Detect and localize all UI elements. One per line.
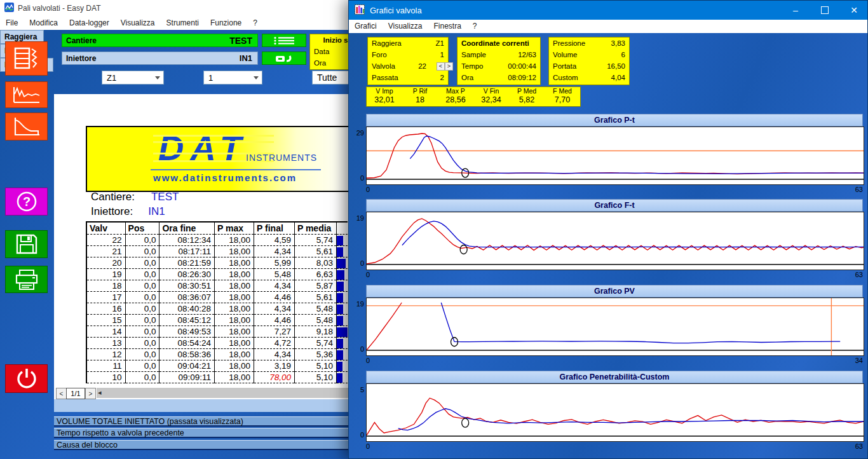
table-cell: 5,87 bbox=[294, 280, 336, 292]
panel-row-label: Raggiera bbox=[372, 38, 402, 49]
table-cell: 18,00 bbox=[215, 326, 254, 338]
page-next-button[interactable]: > bbox=[85, 388, 96, 399]
pmedia-bar-cell bbox=[337, 349, 348, 360]
table-row[interactable]: 110,009:04:2118,003,195,10 bbox=[86, 360, 348, 372]
table-row[interactable]: 120,008:58:3618,004,345,36 bbox=[86, 349, 348, 360]
table-header-bar-column bbox=[337, 222, 348, 235]
main-menu-item-funzione[interactable]: Funzione bbox=[205, 17, 247, 30]
table-row[interactable]: 140,008:49:5318,007,279,18 bbox=[86, 326, 348, 338]
pmedia-bar-cell bbox=[337, 360, 348, 372]
valvola-prev-button[interactable]: < bbox=[437, 62, 445, 71]
main-menu-item-file[interactable]: File bbox=[0, 17, 24, 30]
table-cell: 08:40:28 bbox=[159, 303, 215, 315]
table-header-pmax: P max bbox=[215, 222, 254, 235]
table-row[interactable]: 190,008:26:3018,005,486,63 bbox=[86, 269, 348, 280]
table-row[interactable]: 100,009:09:1118,0078,005,10 bbox=[86, 372, 348, 383]
decay-graph-button[interactable] bbox=[5, 113, 48, 140]
graph-panel-ft: Grafico F-t190063 bbox=[349, 199, 868, 282]
table-cell: 13 bbox=[86, 338, 125, 349]
graph-menu-item-visualizza[interactable]: Visualizza bbox=[383, 20, 428, 33]
graph-menu-item-[interactable]: ? bbox=[467, 20, 483, 33]
table-cell: 08:58:36 bbox=[159, 349, 215, 360]
y-axis-zero-label: 0 bbox=[349, 431, 364, 439]
report-table-button[interactable] bbox=[5, 41, 48, 76]
table-row[interactable]: 200,008:21:5918,005,998,03 bbox=[86, 257, 348, 269]
graph-menu-item-finestra[interactable]: Finestra bbox=[428, 20, 466, 33]
table-header-pmedia: P media bbox=[294, 222, 336, 235]
foro-select[interactable]: 1 bbox=[203, 71, 262, 85]
panel-row-value: 6 bbox=[621, 49, 625, 60]
help-button[interactable]: ? bbox=[5, 188, 48, 216]
line-graph-icon bbox=[12, 85, 41, 104]
panel-row-label: Foro bbox=[372, 49, 387, 60]
print-button[interactable] bbox=[5, 266, 48, 293]
ora-label: Ora bbox=[314, 57, 326, 69]
logo-instruments-text: INSTRUMENTS bbox=[246, 153, 317, 163]
table-row[interactable]: 130,008:54:2418,004,725,74 bbox=[86, 338, 348, 349]
pmedia-bar bbox=[337, 339, 343, 348]
table-row[interactable]: 210,008:17:1118,004,345,61 bbox=[86, 246, 348, 257]
main-menu-item-visualizza[interactable]: Visualizza bbox=[115, 17, 161, 30]
table-row[interactable]: 150,008:45:1218,004,465,48 bbox=[86, 315, 348, 326]
table-chart-icon bbox=[13, 46, 41, 71]
maximize-button[interactable] bbox=[810, 1, 839, 20]
valvola-next-button[interactable]: > bbox=[445, 62, 453, 71]
panel-title: Coordinate correnti bbox=[458, 38, 540, 49]
main-menu-item-datalogger[interactable]: Data-logger bbox=[64, 17, 115, 30]
table-row[interactable]: 170,008:36:0718,004,465,61 bbox=[86, 292, 348, 303]
minimize-button[interactable]: – bbox=[781, 1, 810, 20]
x-axis-min-label: 0 bbox=[366, 442, 370, 450]
main-menu-item-strumenti[interactable]: Strumenti bbox=[161, 17, 205, 30]
save-button[interactable] bbox=[5, 230, 48, 258]
iniettore-value: IN1 bbox=[240, 53, 257, 63]
x-axis-max-label: 63 bbox=[837, 186, 863, 193]
iniettore-field[interactable]: Iniettore IN1 bbox=[62, 51, 258, 65]
graph-window-titlebar[interactable]: Grafici valvola – ✕ bbox=[349, 1, 867, 20]
table-row[interactable]: 220,008:12:3418,004,595,74 bbox=[86, 235, 348, 246]
status-strip-2[interactable]: Causa del blocco bbox=[54, 440, 348, 450]
raggiera-select[interactable]: Z1 bbox=[102, 71, 164, 85]
unlock-button[interactable] bbox=[262, 51, 306, 65]
graph-menu-item-grafici[interactable]: Grafici bbox=[349, 20, 383, 33]
page-prev-button[interactable]: < bbox=[56, 388, 67, 399]
power-icon bbox=[15, 367, 39, 390]
pmedia-bar-cell bbox=[337, 315, 348, 326]
table-cell: 0,0 bbox=[125, 235, 159, 246]
pmedia-bar-cell bbox=[337, 257, 348, 269]
table-row[interactable]: 160,008:40:2818,004,345,48 bbox=[86, 303, 348, 315]
pmedia-bar bbox=[337, 305, 343, 314]
list-button[interactable] bbox=[262, 34, 306, 47]
power-exit-button[interactable] bbox=[5, 364, 48, 393]
horizontal-scrollbar[interactable]: ◂ bbox=[97, 388, 348, 398]
logo-underline bbox=[151, 169, 321, 170]
line-graph-button[interactable] bbox=[5, 81, 48, 108]
main-menu-item-modifica[interactable]: Modifica bbox=[24, 17, 64, 30]
series-pv-rossa bbox=[367, 303, 402, 350]
stat-label: Max P bbox=[438, 87, 473, 95]
status-strip-0[interactable]: VOLUME TOTALE INIETTATO (passata visuali… bbox=[54, 416, 348, 427]
y-axis-max-label: 5 bbox=[349, 386, 364, 394]
cursor-marker[interactable] bbox=[460, 245, 467, 254]
status-strip-1[interactable]: Tempo rispetto a valvola precedente bbox=[54, 428, 348, 438]
panel-row-value: 3,83 bbox=[611, 38, 625, 49]
stat-value: 28,56 bbox=[438, 95, 473, 105]
graph-window-title: Grafici valvola bbox=[370, 6, 422, 15]
stat-vimp: V Imp32,01 bbox=[367, 87, 402, 106]
main-menu-item-[interactable]: ? bbox=[247, 17, 263, 30]
stat-fmed: F Med7,70 bbox=[545, 87, 580, 106]
table-row[interactable]: 180,008:30:5118,004,345,87 bbox=[86, 280, 348, 292]
panel-row-value: 1 bbox=[440, 49, 444, 60]
x-axis-min-label: 0 bbox=[366, 186, 370, 193]
cursor-marker[interactable] bbox=[462, 418, 469, 427]
close-button[interactable]: ✕ bbox=[839, 1, 868, 20]
pmedia-bar bbox=[337, 373, 342, 383]
graph-title: Grafico Penetrabilità-Custom bbox=[366, 371, 863, 383]
table-cell: 18,00 bbox=[215, 360, 254, 372]
scroll-left-icon[interactable]: ◂ bbox=[98, 388, 102, 397]
table-cell: 18,00 bbox=[215, 338, 254, 349]
cantiere-label: Cantiere bbox=[62, 36, 229, 45]
series-penetrabilita-blu bbox=[398, 409, 864, 430]
cantiere-field[interactable]: Cantiere TEST bbox=[62, 34, 258, 47]
table-cell: 08:12:34 bbox=[159, 235, 215, 246]
table-cell: 18,00 bbox=[215, 280, 254, 292]
